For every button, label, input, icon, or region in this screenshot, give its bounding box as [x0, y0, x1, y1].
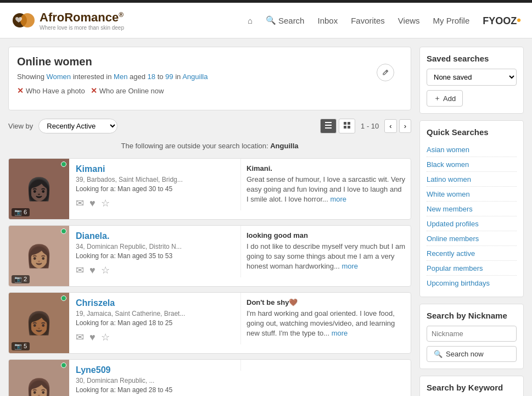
nav-views-label: Views [398, 16, 420, 25]
svg-rect-3 [325, 125, 332, 126]
svg-rect-4 [325, 127, 332, 129]
remove-photo-filter[interactable]: ✕ [17, 86, 24, 95]
quick-search-black-women[interactable]: Black women [427, 160, 469, 169]
sidebar: Saved searches None saved ＋ Add Quick Se… [419, 47, 524, 396]
edit-search-button[interactable] [377, 64, 394, 81]
quick-search-updated-profiles[interactable]: Updated profiles [427, 220, 479, 228]
bio-text: I do not like to describe myself very mu… [247, 242, 405, 272]
list-item: Latino women [427, 172, 517, 187]
nav-views[interactable]: Views [398, 16, 420, 25]
star-button[interactable]: ☆ [101, 264, 110, 276]
quick-searches-section: Quick Searches Asian women Black women L… [419, 120, 524, 297]
filter-men-text: Men [114, 72, 127, 81]
quick-search-latino-women[interactable]: Latino women [427, 175, 471, 183]
filter-men-link[interactable]: Men [114, 72, 127, 81]
list-item: Recently active [427, 246, 517, 261]
quick-search-online-members[interactable]: Online members [427, 235, 479, 243]
member-photo: 👩🏿 📷 6 [9, 159, 69, 219]
svg-rect-8 [348, 126, 350, 129]
remove-online-filter[interactable]: ✕ [91, 86, 97, 95]
table-row: 👩🏿 📷 6 Kimani 39, Barbados, Saint Michae… [8, 158, 411, 220]
message-button[interactable]: ✉ [76, 331, 84, 343]
search-nickname-section: Search by Nickname 🔍 Search now [419, 304, 524, 369]
svg-rect-5 [344, 122, 346, 125]
pagination-info: 1 - 10 [361, 122, 379, 130]
filter-age-from-link[interactable]: 18 [148, 72, 155, 81]
table-row: 👩🏽 📷 2 Dianela. 34, Dominican Republic, … [8, 225, 411, 287]
list-item: Upcoming birthdays [427, 276, 517, 290]
looking-for-label: Looking for a: [76, 386, 116, 394]
nav-inbox-label: Inbox [317, 16, 338, 25]
member-name-link[interactable]: Dianela. [76, 231, 234, 241]
filter-online: ✕ Who are Online now [91, 86, 164, 95]
prev-page-button[interactable]: ‹ [384, 119, 396, 133]
online-indicator [61, 161, 66, 167]
member-right: looking good man I do not like to descri… [240, 226, 411, 286]
quick-search-new-members[interactable]: New members [427, 205, 473, 213]
member-info: Chriszela 19, Jamaica, Saint Catherine, … [69, 293, 240, 353]
nav-inbox[interactable]: Inbox [317, 16, 338, 25]
favorite-button[interactable]: ♥ [89, 197, 96, 209]
list-item: Black women [427, 157, 517, 172]
page-nav: ‹ › [384, 119, 411, 133]
read-more-link[interactable]: more [332, 329, 348, 337]
member-right [240, 360, 411, 396]
filter-age-to-text: 99 [165, 72, 173, 81]
quick-search-asian-women[interactable]: Asian women [427, 146, 469, 154]
favorite-button[interactable]: ♥ [89, 264, 96, 276]
header: AfroRomance® Where love is more than ski… [0, 3, 532, 38]
bio-text: I'm hard working and goal oriented. I lo… [247, 309, 405, 339]
bio-title: Kimani. [247, 164, 405, 172]
logo-name: AfroRomance® [40, 10, 124, 25]
looking-for-label: Looking for a: [76, 185, 116, 193]
grid-view-button[interactable] [339, 119, 355, 133]
member-name-link[interactable]: Chriszela [76, 298, 234, 308]
next-page-button[interactable]: › [399, 119, 411, 133]
nav-favorites[interactable]: Favorites [351, 16, 385, 25]
star-button[interactable]: ☆ [101, 197, 110, 209]
list-item: Popular members [427, 261, 517, 276]
search-keyword-section: Search by Keyword 🔍 Search now [419, 376, 524, 396]
member-looking: Looking for a: Man aged 30 to 45 [76, 185, 234, 193]
main-nav: ⌂ 🔍 Search Inbox Favorites Views My Prof… [248, 13, 521, 27]
star-button[interactable]: ☆ [101, 331, 110, 343]
nickname-input[interactable] [427, 326, 517, 342]
view-by-select[interactable]: Recently Active Newest Members Online Me… [38, 119, 117, 133]
quick-search-popular-members[interactable]: Popular members [427, 264, 483, 272]
quick-search-recently-active[interactable]: Recently active [427, 249, 475, 258]
nav-search[interactable]: 🔍 Search [266, 15, 305, 25]
saved-searches-title: Saved searches [427, 54, 517, 63]
logo-name-text: AfroRomance [40, 10, 119, 24]
member-name-link[interactable]: Kimani [76, 164, 234, 174]
online-indicator [61, 228, 66, 234]
message-button[interactable]: ✉ [76, 197, 84, 209]
member-meta: 19, Jamaica, Saint Catherine, Braet... [76, 310, 234, 317]
nav-myprofile[interactable]: My Profile [433, 16, 470, 25]
online-indicator [61, 295, 66, 301]
filter-women-link[interactable]: Women [46, 72, 71, 81]
logo-area: AfroRomance® Where love is more than ski… [11, 8, 124, 32]
bio-title: Don't be shy🤎 [247, 298, 405, 306]
quick-search-upcoming-birthdays[interactable]: Upcoming birthdays [427, 279, 490, 287]
nickname-search-button[interactable]: 🔍 Search now [427, 346, 517, 362]
filter-location-text: Anguilla [182, 72, 208, 81]
message-button[interactable]: ✉ [76, 264, 84, 276]
filter-location-link[interactable]: Anguilla [182, 72, 208, 81]
search-desc: Showing Women interested in Men aged 18 … [17, 72, 402, 81]
quick-search-white-women[interactable]: White women [427, 190, 470, 198]
nav-home[interactable]: ⌂ [248, 16, 253, 25]
filter-age-to-link[interactable]: 99 [165, 72, 173, 81]
svg-rect-2 [325, 122, 332, 123]
saved-searches-select[interactable]: None saved [427, 69, 517, 86]
looking-for-label: Looking for a: [76, 252, 116, 260]
add-saved-search-button[interactable]: ＋ Add [427, 90, 463, 107]
search-icon: 🔍 [266, 15, 276, 25]
read-more-link[interactable]: more [341, 262, 358, 270]
list-view-button[interactable] [320, 119, 337, 133]
quick-search-list: Asian women Black women Latino women Whi… [427, 142, 517, 290]
member-name-link[interactable]: Lyne509 [76, 365, 234, 375]
list-item: White women [427, 187, 517, 202]
read-more-link[interactable]: more [330, 195, 346, 203]
favorite-button[interactable]: ♥ [89, 331, 96, 343]
search-title: Online women [17, 55, 402, 68]
